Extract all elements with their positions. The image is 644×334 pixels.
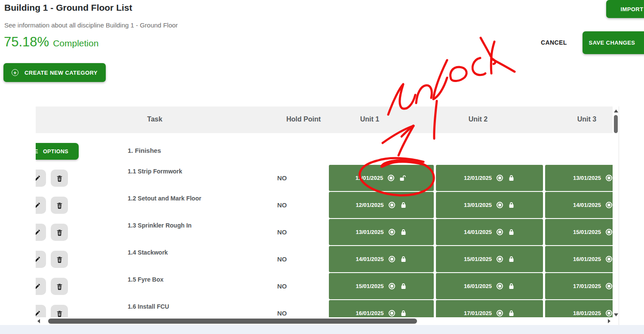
lock-icon[interactable] (508, 174, 515, 182)
table-row: 1.3 Sprinkler Rough InNO13/01/202514/01/… (36, 219, 619, 246)
radio-selected-icon[interactable] (497, 202, 503, 208)
date-value: 15/01/2025 (573, 229, 601, 235)
lock-icon[interactable] (508, 201, 515, 209)
cancel-button-label: CANCEL (541, 39, 567, 46)
category-options-button[interactable]: E OPTIONS (36, 143, 79, 160)
unit-date-cell[interactable]: 14/01/2025 (545, 192, 619, 218)
lock-icon[interactable] (400, 282, 407, 290)
annotation-letter-l (433, 60, 447, 99)
delete-task-button[interactable] (51, 224, 68, 241)
scroll-up-arrow-icon[interactable] (614, 109, 618, 112)
radio-selected-icon[interactable] (388, 175, 394, 181)
radio-selected-icon[interactable] (606, 283, 612, 289)
radio-selected-icon[interactable] (389, 283, 395, 289)
radio-selected-icon[interactable] (389, 229, 395, 235)
lock-icon[interactable] (508, 228, 515, 236)
radio-selected-icon[interactable] (497, 175, 503, 181)
date-value: 17/01/2025 (464, 310, 492, 316)
horizontal-scrollbar-thumb[interactable] (48, 319, 417, 324)
date-value: 14/01/2025 (464, 229, 492, 235)
hold-point-value: NO (265, 201, 299, 209)
table-row: 1.4 StackworkNO14/01/202515/01/202516/01… (36, 246, 619, 273)
lock-icon[interactable] (400, 201, 407, 209)
date-value: 15/01/2025 (356, 283, 383, 289)
task-label: 1.6 Install FCU (128, 303, 169, 310)
unit-date-cell[interactable]: 16/01/2025 (436, 273, 543, 299)
table-header-row: Task Hold Point Unit 1 Unit 2 Unit 3 (36, 106, 613, 133)
vertical-scrollbar-thumb[interactable] (614, 115, 618, 133)
edit-task-button[interactable] (36, 197, 46, 214)
hold-point-value: NO (265, 282, 299, 290)
unit-date-cell[interactable]: 13/01/2025 (545, 165, 619, 191)
unit-date-cell[interactable]: 15/01/2025 (329, 273, 434, 299)
lock-icon[interactable] (400, 255, 407, 263)
table-row: 1.5 Fyre BoxNO15/01/202516/01/202517/01/… (36, 273, 619, 300)
completion-stat: 75.18%Completion (4, 34, 98, 50)
lock-icon[interactable] (508, 255, 515, 263)
unit-date-cell[interactable]: 15/01/2025 (436, 246, 543, 272)
unit-date-cell[interactable]: 17/01/2025 (545, 273, 619, 299)
unit-date-cell[interactable]: 13/01/2025 (329, 219, 434, 245)
date-value: 13/01/2025 (573, 175, 601, 181)
import-button[interactable]: IMPORT (606, 0, 644, 18)
radio-selected-icon[interactable] (389, 256, 395, 262)
edit-task-button[interactable] (36, 251, 46, 268)
radio-selected-icon[interactable] (389, 202, 395, 208)
unit-date-cell[interactable]: 16/01/2025 (545, 246, 619, 272)
delete-task-button[interactable] (51, 170, 68, 187)
lock-icon[interactable] (508, 310, 515, 317)
unit-date-cell[interactable]: 11/01/2025 (329, 165, 434, 191)
lock-icon[interactable] (508, 282, 515, 290)
date-value: 13/01/2025 (356, 229, 383, 235)
radio-selected-icon[interactable] (497, 256, 503, 262)
radio-selected-icon[interactable] (497, 283, 503, 289)
vertical-scrollbar[interactable] (613, 106, 619, 325)
delete-task-button[interactable] (51, 197, 68, 214)
delete-task-button[interactable] (51, 251, 68, 268)
annotation-letter-c (472, 58, 485, 75)
unit-date-cell[interactable]: 13/01/2025 (436, 192, 543, 218)
category-title: 1. Finishes (128, 147, 161, 154)
delete-task-button[interactable] (51, 278, 68, 295)
unit-date-cell[interactable]: 14/01/2025 (329, 246, 434, 272)
annotation-letter-k (491, 42, 494, 73)
save-changes-button[interactable]: SAVE CHANGES (583, 31, 644, 54)
unlock-icon[interactable] (399, 174, 407, 182)
unit-date-cell[interactable]: 12/01/2025 (436, 165, 543, 191)
radio-selected-icon[interactable] (606, 310, 612, 316)
radio-selected-icon[interactable] (606, 175, 612, 181)
radio-selected-icon[interactable] (497, 310, 503, 316)
scroll-down-arrow-icon[interactable] (614, 313, 618, 316)
date-value: 16/01/2025 (573, 256, 601, 262)
lock-icon[interactable] (400, 228, 407, 236)
radio-selected-icon[interactable] (606, 256, 612, 262)
column-header-unit-2: Unit 2 (469, 115, 488, 123)
radio-selected-icon[interactable] (497, 229, 503, 235)
cancel-button[interactable]: CANCEL (541, 39, 567, 46)
task-label: 1.4 Stackwork (128, 249, 168, 256)
scroll-right-arrow-icon[interactable] (608, 319, 610, 323)
date-value: 16/01/2025 (464, 283, 492, 289)
radio-selected-icon[interactable] (389, 310, 395, 316)
save-changes-label: SAVE CHANGES (589, 39, 635, 46)
edit-task-button[interactable] (36, 224, 46, 241)
edit-task-button[interactable] (36, 170, 46, 187)
unit-date-cell[interactable]: 14/01/2025 (436, 219, 543, 245)
annotation-letter-k (491, 59, 515, 72)
column-header-unit-3: Unit 3 (577, 115, 596, 123)
radio-selected-icon[interactable] (606, 202, 612, 208)
horizontal-scrollbar[interactable] (36, 317, 613, 325)
edit-task-button[interactable] (36, 278, 46, 295)
import-button-label: IMPORT (621, 6, 644, 12)
date-value: 18/01/2025 (573, 310, 601, 316)
date-value: 16/01/2025 (356, 310, 383, 316)
create-new-category-button[interactable]: + CREATE NEW CATEGORY (3, 63, 106, 82)
options-button-label: OPTIONS (43, 149, 68, 155)
plus-circle-icon: + (12, 69, 18, 76)
unit-date-cell[interactable]: 12/01/2025 (329, 192, 434, 218)
unit-date-cell[interactable]: 15/01/2025 (545, 219, 619, 245)
scroll-left-arrow-icon[interactable] (37, 319, 40, 323)
radio-selected-icon[interactable] (606, 229, 612, 235)
annotation-letter-o (451, 67, 467, 81)
lock-icon[interactable] (400, 310, 407, 317)
